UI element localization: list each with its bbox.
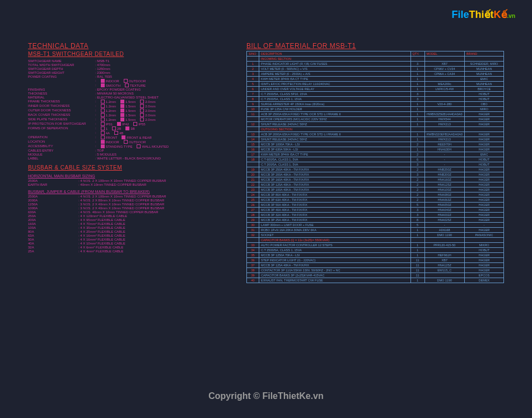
- bom-row: 11ACB 3P 2500A 65KA FIXED TYPE OCR STD L…: [247, 112, 504, 117]
- bom-panel: BILL OF MATERIAL FOR MSB-T1 S/NODESCRIPT…: [246, 42, 504, 384]
- busbar-row: 1250A: 3 NOS. 2 X 40mm X 10mm TINNED COP…: [28, 203, 235, 206]
- bom-section-row: CAPACITOR BANKS (Q = 11x (3x25)= 550KVAR…: [247, 238, 504, 243]
- bom-header: QTY.: [410, 51, 424, 57]
- busbar-sub2: BUSBAR, JUMPER & CABLE (FROM MAIN BUSBAR…: [28, 190, 235, 194]
- bom-row: 32SOCKET1DMO 1190PANASONIC: [247, 233, 504, 238]
- bom-row: 16MCCB 3P 630A 50KA - LSI1HNA630HHAGER: [247, 147, 504, 152]
- bom-row: 28MCCB 3P 32A 40KA - TM FIX/FIX3HNA032ZH…: [247, 213, 504, 218]
- bom-row: 15MCCB 3P 1000A 70KA - LSI2HEE970HHAGER: [247, 142, 504, 147]
- bom-row: 39CAPACITOR BANKS 3P (2x25)KVAR-415VAC11…: [247, 273, 504, 278]
- bom-row: 22MCCB 3P 125A 40KA - TM FIX/FIX2HNA125Z…: [247, 182, 504, 187]
- bom-section-row: INCOMING SECTION: [247, 57, 504, 62]
- bom-header: MODEL: [424, 51, 465, 57]
- bom-row: 21MCCB 3P 160A 40KA - TM FIX/FIX2HNA160Z…: [247, 177, 504, 182]
- bom-row: 38CONTACTOR 3P 110A 55KW 230V, 50/60HZ -…: [247, 268, 504, 273]
- bom-section-row: OUTGOING SECTION: [247, 127, 504, 132]
- bom-row: 6UNDER AND OVER VOLTAGE RELAY1LNFKC/5-4W…: [247, 87, 504, 92]
- bom-row: 4KWH METER 3P4W /5A CT TYPE1EMIC: [247, 77, 504, 82]
- switchgear-detailed-heading: MSB-T1 SWITCHGEAR DETAILED: [28, 51, 235, 57]
- bom-row: 31RCBO 1P+N 16A 20KA 30MA 230V 6KA1AD616…: [247, 228, 504, 233]
- bom-row: 35MCCB 3P 1250A 70KA - LSI1HEF961HHAGER: [247, 253, 504, 258]
- busbar-row: EARTH BAR: 40mm X 10mm TINNED COPPER BUS…: [28, 183, 235, 186]
- spec-row: FRAME THICKNESS: 1.2mm 1.5mm 2.0mm: [28, 100, 235, 104]
- busbar-row: 63A: 4 X 16mm² FLEXIBLE CABLE: [28, 234, 235, 237]
- bom-row: 5IDMTL EF/OC PROTECTION RELAY 110/240VAC…: [247, 82, 504, 87]
- bom-row: 40EXHAUST FAN, THERMOSTART C/W FUSE1DMO …: [247, 278, 504, 283]
- busbar-row: 200A: 4 X 95mm² FLEXIBLE CABLE: [28, 218, 235, 222]
- bom-row: 36STEP INDICATOR LIGHT (G - 220VAC)11XB7…: [247, 258, 504, 263]
- bom-row: 9SURGE ARRESTER 4P 150KA Imax (8/20ms)1V…: [247, 102, 504, 107]
- bom-row: 37MCCB 3P 125A 40KA - TM FIX/FIX11HNA125…: [247, 263, 504, 268]
- bom-row: 10FUSE 3P 125A C/W HOLDER1MIRO: [247, 107, 504, 112]
- busbar-row: 80A: 4 X 25mm² FLEXIBLE CABLE: [28, 230, 235, 233]
- busbar-row: 160A: 4 X 70mm² FLEXIBLE CABLE: [28, 222, 235, 226]
- bom-row: 19MCCB 3P 250A 40KA - TM FIX/FIX2HNB250Z…: [247, 167, 504, 172]
- bom-header: S/NO: [247, 51, 259, 57]
- spec-row: SIDE PLATE THICKNESS: 1.2mm 1.5mm 2.0mm: [28, 118, 235, 121]
- bom-row: 1PHASE INDICATOR LIGHT (R,Y,B) C/W FUSES…: [247, 62, 504, 67]
- spec-row: SWITCHGEAR DEPTH: 1250mm: [28, 67, 235, 71]
- busbar-row: 250A: 4 X 120mm² FLEXIBLE CABLE: [28, 214, 235, 218]
- bom-row: 8C.T 2500/5A, CLASS 1, 15VA3HOBUT: [247, 97, 504, 102]
- bom-table: S/NODESCRIPTIONQTY.MODELBRAND INCOMING S…: [246, 51, 504, 283]
- drawing-canvas: TECHNICAL DATA MSB-T1 SWITCHGEAR DETAILE…: [28, 42, 504, 384]
- spec-row: INNER DOOR THICKNESS: 1.2mm 1.5mm 2.0mm: [28, 104, 235, 108]
- bom-row: 30LAMP 300mm + LIMIT DOOR + FUSE5--: [247, 223, 504, 228]
- bom-row: 2VOLT METER (0 - 500VAC) + V/S1CP96V + C…: [247, 67, 504, 72]
- bom-row: C.T 200/5A, CLASS 1, 5VA3-HOBUT: [247, 162, 504, 167]
- busbar-row: 100A: 4 X 35mm² FLEXIBLE CABLE: [28, 226, 235, 229]
- spec-row: SWITCHGEAR NAME: MSB-T1: [28, 59, 235, 63]
- bom-row: 18C.T 600/5A, CLASS 1, 5VA6-HOBUT: [247, 157, 504, 162]
- technical-data-panel: TECHNICAL DATA MSB-T1 SWITCHGEAR DETAILE…: [28, 42, 246, 384]
- bom-header: BRAND: [465, 51, 504, 57]
- bom-row: 3AMPERE METER (0 - 2500A) + A/S1CP96A + …: [247, 72, 504, 77]
- bom-row: MOTOR OPERATORS (MO) AC/DC 220V 50HZ1HWX…: [247, 117, 504, 122]
- bom-row: 29MCCB 3P 25A 40KA - TM FIX/FIX8HNA025ZH…: [247, 218, 504, 223]
- bom-heading: BILL OF MATERIAL FOR MSB-T1: [246, 42, 504, 50]
- bom-row: 7C.T 2500/5A, CLASS 5P10, 15VA3HOBUT: [247, 92, 504, 97]
- spec-row: SWITCHGEAR HEIGHT: 2300mm: [28, 71, 235, 74]
- watermark-logo: FileThiếtKế.vn: [452, 8, 515, 21]
- bom-row: 33AUTO POWER FACTOR CONTROLLER 12 STEPS1…: [247, 243, 504, 248]
- spec-row: BACK COVER THICKNESS: 1.2mm 1.5mm 2.0mm: [28, 113, 235, 117]
- technical-data-heading: TECHNICAL DATA: [28, 42, 235, 50]
- busbar-sub1: HORIZONTAL MAIN BUSBAR SIZING: [28, 174, 235, 178]
- busbar-row: 2500A: 4 NOS. 2 X 100mm X 10mm TINNED CO…: [28, 195, 235, 198]
- bom-row: 23MCCB 3P 100A 40KA - TM FIX/FIX2HNA100Z…: [247, 187, 504, 192]
- spec-row: TOTAL WIDTH SWITCHGEAR: 4700mm: [28, 63, 235, 67]
- bom-row: 20MCCB 3P 200A 40KA - TM FIX/FIX3HNB200Z…: [247, 172, 504, 177]
- spec-row: OUTER DOOR THICKNESS: 1.2mm 1.5mm 2.0mm: [28, 109, 235, 112]
- busbar-row: 25A: 4 X 4mm² FLEXIBLE CABLE: [28, 250, 235, 253]
- bom-row: 34C.T 2500/5A, CLASS 1, 15VA1HOBUT: [247, 248, 504, 253]
- busbar-row: 2000A: 4 NOS. 2 X 80mm X 10mm TINNED COP…: [28, 199, 235, 202]
- bom-row: 13ACB 3P 2000A 65KA FIXED TYPE OCR STD L…: [247, 132, 504, 137]
- busbar-row: 32A: 4 X 6mm² FLEXIBLE CABLE: [28, 246, 235, 249]
- bom-header: DESCRIPTION: [259, 51, 411, 57]
- busbar-row: 630A: 4 NOS. 40mm X 10mm TINNED COPPER B…: [28, 210, 235, 214]
- copyright-text: Copyright © FileThietKe.vn: [208, 391, 324, 401]
- busbar-row: 1000A: 3 NOS. 2 X 40mm X 10mm TINNED COP…: [28, 206, 235, 210]
- bom-row: 14SHUNT RELEASE 240VAC 50HZ1HWX213HAGER: [247, 137, 504, 142]
- bom-row: 17KWH METER 3P4W /5A CT TYPE2-EMIC: [247, 152, 504, 157]
- busbar-row: 2500A: 4 NOS. 2 X 100mm X 10mm TINNED CO…: [28, 179, 235, 182]
- bom-row: 24MCCB 3P 80A 40KA - TM FIX/FIX2HNA080ZH…: [247, 192, 504, 198]
- busbar-heading: BUSBAR & CABLE SIZE SYSTEM: [28, 165, 235, 171]
- bom-row: 26MCCB 3P 50A 40KA - TM FIX/FIX5HNA050ZH…: [247, 203, 504, 208]
- bom-row: 27MCCB 3P 40A 40KA - TM FIX/FIX3HNA040ZH…: [247, 208, 504, 213]
- spec-row: POWER COATING: RAL 7035: [28, 75, 235, 78]
- busbar-row: 50A: 4 X 16mm² FLEXIBLE CABLE: [28, 238, 235, 241]
- bom-row: 12SHUNT RELEASE 240VAC 50HZ1HWX213HAGER: [247, 122, 504, 127]
- bom-row: 25MCCB 3P 63A 40KA - TM FIX/FIX2HNA063ZH…: [247, 198, 504, 203]
- busbar-row: 40A: 4 X 10mm² FLEXIBLE CABLE: [28, 242, 235, 245]
